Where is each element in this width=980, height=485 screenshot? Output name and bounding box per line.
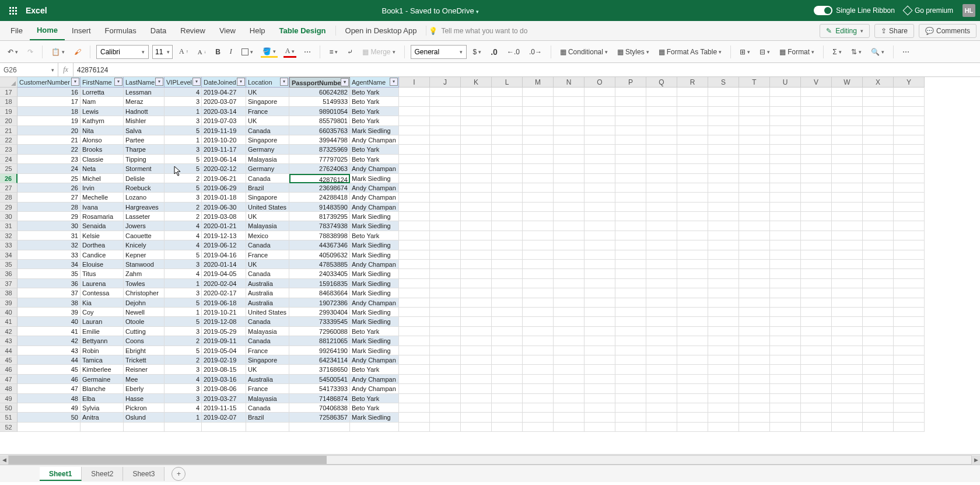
empty-cell[interactable] <box>677 126 708 135</box>
empty-cell[interactable] <box>646 327 677 336</box>
cell[interactable]: Andy Champan <box>350 260 399 269</box>
cell[interactable]: Mark Siedling <box>350 288 399 298</box>
cell[interactable]: 77797025 <box>289 155 350 164</box>
empty-cell[interactable] <box>430 183 461 193</box>
empty-cell[interactable] <box>584 250 615 260</box>
empty-cell[interactable] <box>554 212 584 221</box>
empty-cell[interactable] <box>677 365 708 374</box>
empty-cell[interactable] <box>523 145 554 154</box>
cell[interactable]: Malayasia <box>246 155 289 164</box>
empty-cell[interactable] <box>646 145 677 154</box>
row-header[interactable]: 35 <box>0 260 18 269</box>
cell[interactable]: 3 <box>164 260 202 269</box>
cell[interactable]: 25 <box>18 174 80 183</box>
empty-cell[interactable] <box>863 135 894 145</box>
cell[interactable]: 26 <box>18 183 80 193</box>
empty-cell[interactable] <box>801 355 832 365</box>
cell[interactable]: 35 <box>18 269 80 278</box>
cell[interactable]: Beto Yark <box>350 155 399 164</box>
empty-cell[interactable] <box>461 183 492 193</box>
wrap-text-button[interactable]: ⤶ <box>344 46 356 58</box>
empty-cell[interactable] <box>523 279 554 288</box>
empty-cell[interactable] <box>615 88 646 97</box>
cell[interactable]: Brooks <box>80 145 124 154</box>
cell[interactable]: Otoole <box>124 317 164 326</box>
cell[interactable]: 19072386 <box>289 298 350 308</box>
empty-cell[interactable] <box>492 145 523 154</box>
empty-cell[interactable] <box>399 126 430 135</box>
filter-icon[interactable]: ▾ <box>237 78 245 86</box>
empty-cell[interactable] <box>770 336 801 346</box>
tab-data[interactable]: Data <box>144 21 173 40</box>
empty-cell[interactable] <box>554 174 584 183</box>
empty-cell[interactable] <box>615 174 646 183</box>
row-header[interactable]: 41 <box>0 317 18 326</box>
cell[interactable]: 88121065 <box>289 336 350 346</box>
empty-cell[interactable] <box>399 116 430 125</box>
empty-cell[interactable] <box>677 231 708 240</box>
cell[interactable]: Singapore <box>246 135 289 145</box>
empty-cell[interactable] <box>801 88 832 97</box>
empty-cell[interactable] <box>677 221 708 231</box>
empty-cell[interactable] <box>770 384 801 393</box>
empty-cell[interactable] <box>430 174 461 183</box>
cell[interactable]: Ebright <box>124 346 164 355</box>
go-premium-button[interactable]: Go premium <box>904 6 953 15</box>
empty-cell[interactable] <box>399 279 430 288</box>
cell[interactable]: Brazil <box>246 413 289 422</box>
empty-cell[interactable] <box>832 97 863 106</box>
empty-cell[interactable] <box>523 107 554 116</box>
empty-cell[interactable] <box>863 88 894 97</box>
empty-cell[interactable] <box>801 365 832 374</box>
bold-button[interactable]: B <box>212 46 223 58</box>
row-header[interactable]: 27 <box>0 183 18 193</box>
empty-cell[interactable] <box>492 116 523 125</box>
empty-cell[interactable] <box>584 155 615 164</box>
empty-cell[interactable] <box>584 413 615 422</box>
empty-cell[interactable] <box>584 288 615 298</box>
empty-cell[interactable] <box>430 403 461 413</box>
empty-cell[interactable] <box>461 174 492 183</box>
empty-cell[interactable] <box>646 308 677 317</box>
empty-cell[interactable] <box>863 413 894 422</box>
empty-cell[interactable] <box>894 193 925 202</box>
empty-cell[interactable] <box>584 375 615 384</box>
cell[interactable]: Emilie <box>80 327 124 336</box>
cell[interactable]: 72586357 <box>289 413 350 422</box>
empty-cell[interactable] <box>832 384 863 393</box>
cell[interactable]: 38 <box>18 298 80 308</box>
empty-cell[interactable] <box>770 107 801 116</box>
empty-cell[interactable] <box>646 135 677 145</box>
empty-cell[interactable] <box>399 240 430 250</box>
empty-cell[interactable] <box>430 365 461 374</box>
cell[interactable]: Andy Champan <box>350 375 399 384</box>
cell[interactable]: 2 <box>164 212 202 221</box>
empty-cell[interactable] <box>770 394 801 403</box>
empty-cell[interactable] <box>708 298 739 308</box>
empty-cell[interactable] <box>584 126 615 135</box>
cell[interactable]: Beto Yark <box>350 107 399 116</box>
empty-cell[interactable] <box>615 403 646 413</box>
empty-cell[interactable] <box>739 375 770 384</box>
empty-cell[interactable] <box>863 203 894 212</box>
cell[interactable]: 66035763 <box>289 126 350 135</box>
empty-cell[interactable] <box>832 231 863 240</box>
cell[interactable]: 99264190 <box>289 346 350 355</box>
cell[interactable]: 30 <box>18 221 80 231</box>
empty-cell[interactable] <box>461 145 492 154</box>
cell[interactable]: 2019-12-13 <box>202 231 246 240</box>
empty-cell[interactable] <box>894 174 925 183</box>
empty-cell[interactable] <box>677 298 708 308</box>
empty-cell[interactable] <box>430 317 461 326</box>
empty-cell[interactable] <box>523 298 554 308</box>
empty-cell[interactable] <box>523 135 554 145</box>
empty-cell[interactable] <box>461 346 492 355</box>
empty-cell[interactable] <box>584 145 615 154</box>
empty-cell[interactable] <box>832 193 863 202</box>
empty-cell[interactable] <box>461 384 492 393</box>
tab-view[interactable]: View <box>212 21 243 40</box>
empty-cell[interactable] <box>677 164 708 173</box>
cell[interactable]: 46 <box>18 375 80 384</box>
empty-cell[interactable] <box>289 423 350 432</box>
empty-cell[interactable] <box>739 355 770 365</box>
